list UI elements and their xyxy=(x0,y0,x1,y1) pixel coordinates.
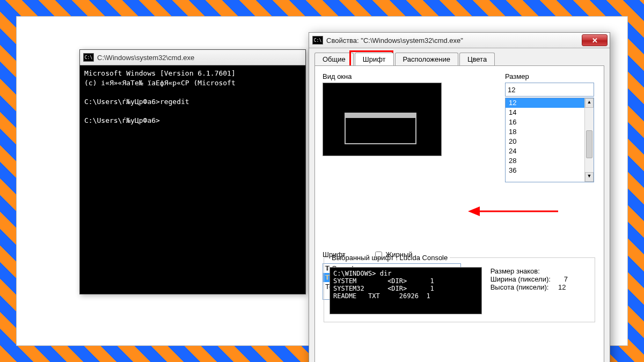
tab-general[interactable]: Общие xyxy=(314,53,354,65)
properties-dialog: C:\ Свойства: "C:\Windows\system32\cmd.e… xyxy=(309,32,610,362)
scroll-thumb[interactable] xyxy=(586,130,592,158)
metrics-width-label: Ширина (пиксели): xyxy=(491,275,551,283)
char-metrics: Размер знаков: Ширина (пиксели): 7 Высот… xyxy=(491,267,568,291)
metrics-height-label: Высота (пиксели): xyxy=(491,283,549,291)
window-preview xyxy=(323,83,442,156)
properties-titlebar[interactable]: C:\ Свойства: "C:\Windows\system32\cmd.e… xyxy=(309,33,610,48)
selected-font-legend: Выбранный шрифт : Lucida Console xyxy=(330,254,450,262)
scroll-up-icon[interactable]: ▲ xyxy=(585,98,594,108)
cmd-icon: C:\ xyxy=(312,36,323,45)
tab-panel-font: Вид окна Размер 12 14 16 18 20 24 28 36 xyxy=(314,65,604,362)
size-option[interactable]: 36 xyxy=(506,166,594,175)
cmd-line: (c) і«Я»«ЯаТе№ їаЕфЯ«р«СР (Microsoft xyxy=(84,79,236,87)
size-input[interactable] xyxy=(505,83,594,97)
size-option[interactable]: 28 xyxy=(506,156,594,166)
close-button[interactable]: ✕ xyxy=(582,34,608,46)
cmd-body: Microsoft Windows [Version 6.1.7601] (c)… xyxy=(80,65,305,128)
sample-line: SYSTEM <DIR> 1 xyxy=(333,277,434,285)
size-option[interactable]: 20 xyxy=(506,137,594,146)
sample-line: README TXT 26926 1 xyxy=(333,292,430,300)
size-column: Размер 12 14 16 18 20 24 28 36 ▲ ▼ xyxy=(505,72,596,182)
cmd-titlebar[interactable]: C:\ C:\Windows\system32\cmd.exe xyxy=(80,50,305,65)
cmd-title-text: C:\Windows\system32\cmd.exe xyxy=(97,54,194,62)
selected-font-group: Выбранный шрифт : Lucida Console C:\WIND… xyxy=(324,254,595,322)
metrics-title: Размер знаков: xyxy=(491,267,568,275)
scroll-down-icon[interactable]: ▼ xyxy=(585,172,594,182)
tab-layout[interactable]: Расположение xyxy=(395,53,458,65)
canvas: C:\ C:\Windows\system32\cmd.exe Microsof… xyxy=(16,16,628,346)
metrics-height-value: 12 xyxy=(553,283,566,291)
font-sample: C:\WINDOWS> dir SYSTEM <DIR> 1 SYSTEM32 … xyxy=(330,267,482,314)
close-icon: ✕ xyxy=(592,36,598,45)
scrollbar[interactable]: ▲ ▼ xyxy=(584,98,594,182)
cmd-window: C:\ C:\Windows\system32\cmd.exe Microsof… xyxy=(79,49,306,294)
cmd-line: Microsoft Windows [Version 6.1.7601] xyxy=(84,69,236,77)
sample-line: C:\WINDOWS> dir xyxy=(333,270,391,277)
size-option[interactable]: 14 xyxy=(506,108,594,117)
cmd-line: C:\Users\ѓ№уЦрФа6>regedit xyxy=(84,98,189,106)
size-listbox[interactable]: 12 14 16 18 20 24 28 36 ▲ ▼ xyxy=(505,98,594,182)
metrics-width-value: 7 xyxy=(555,275,568,283)
size-option[interactable]: 12 xyxy=(506,98,594,108)
sample-line: SYSTEM32 <DIR> 1 xyxy=(333,285,434,292)
properties-title-text: Свойства: "C:\Windows\system32\cmd.exe" xyxy=(326,36,463,45)
tab-font[interactable]: Шрифт xyxy=(355,53,394,65)
size-option[interactable]: 24 xyxy=(506,146,594,156)
label-size: Размер xyxy=(505,72,596,80)
cmd-line: C:\Users\ѓ№уЦрФа6> xyxy=(84,116,160,124)
size-option[interactable]: 16 xyxy=(506,117,594,127)
size-option[interactable]: 18 xyxy=(506,127,594,137)
cmd-icon: C:\ xyxy=(83,53,94,62)
tab-strip: Общие Шрифт Расположение Цвета xyxy=(314,53,604,65)
svg-marker-1 xyxy=(468,206,480,216)
window-preview-mini xyxy=(345,113,416,144)
tab-colors[interactable]: Цвета xyxy=(459,53,495,65)
annotation-arrow xyxy=(468,203,559,219)
